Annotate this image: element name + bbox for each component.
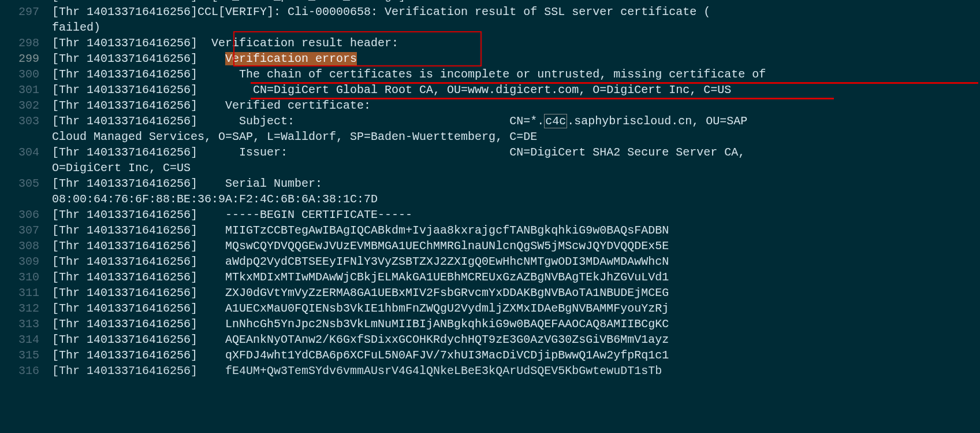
log-line: O=DigiCert Inc, C=US <box>0 160 980 176</box>
log-text: [Thr 140133716416256] A1UECxMaU0FQIENsb3… <box>52 301 669 316</box>
log-text: [Thr 140133716416256] MTkxMDIxMTIwMDAwWj… <box>52 269 669 285</box>
line-number: 300 <box>0 66 52 82</box>
log-text: [Thr 140133716416256] CN=DigiCert Global… <box>52 82 731 98</box>
log-line: 307[Thr 140133716416256] MIIGTzCCBTegAwI… <box>0 223 980 238</box>
line-number: 304 <box>0 145 52 160</box>
log-line: 301[Thr 140133716416256] CN=DigiCert Glo… <box>0 82 980 98</box>
log-line: 316[Thr 140133716416256] fE4UM+Qw3TemSYd… <box>0 363 980 379</box>
log-text: [Thr 140133716416256] ZXJ0dGVtYmVyZzERMA… <box>52 285 669 301</box>
log-line: 298[Thr 140133716416256] Verification re… <box>0 35 980 51</box>
log-line: 308[Thr 140133716416256] MQswCQYDVQQGEwJ… <box>0 238 980 254</box>
log-line: 312[Thr 140133716416256] A1UECxMaU0FQIEN… <box>0 301 980 316</box>
log-text: [Thr 140133716416256] LnNhcGh5YnJpc2Nsb3… <box>52 316 669 332</box>
log-text: [Thr 140133716416256] Issuer: CN=DigiCer… <box>52 145 745 160</box>
line-number: 302 <box>0 98 52 113</box>
log-text: failed) <box>52 20 100 35</box>
line-number: 315 <box>0 347 52 363</box>
search-match-box: c4c <box>544 114 567 128</box>
log-text: [Thr 140133716416256] MIIGTzCCBTegAwIBAg… <box>52 223 669 238</box>
line-number: 297 <box>0 4 52 20</box>
log-text: [Thr 140133716416256] The chain of certi… <box>52 66 766 82</box>
line-number: 309 <box>0 254 52 269</box>
log-line: 309[Thr 140133716416256] aWdpQ2VydCBTSEE… <box>0 254 980 269</box>
line-number: 303 <box>0 113 52 129</box>
log-text: [Thr 140133716416256] Subject: CN=*.c4c.… <box>52 113 747 129</box>
log-text: [Thr 140133716416256] Serial Number: <box>52 176 322 191</box>
log-text: [Thr 140133716416256] qXFDJ4wht1YdCBA6p6… <box>52 347 669 363</box>
log-text: [Thr 140133716416256] Verification resul… <box>52 35 398 51</box>
log-line: 303[Thr 140133716416256] Subject: CN=*.c… <box>0 113 980 129</box>
log-line: 302[Thr 140133716416256] Verified certif… <box>0 98 980 113</box>
log-viewer: 296[Thr 140133716416256] [S9_build_path_… <box>0 0 980 379</box>
log-text: [Thr 140133716416256] Verified certifica… <box>52 98 371 113</box>
log-line: 306[Thr 140133716416256] -----BEGIN CERT… <box>0 207 980 223</box>
log-text: O=DigiCert Inc, C=US <box>52 160 191 176</box>
line-number: 312 <box>0 301 52 316</box>
line-number: 307 <box>0 223 52 238</box>
log-text: [Thr 140133716416256] [S9_build_path_fro… <box>52 0 405 4</box>
line-number: 299 <box>0 51 52 66</box>
log-line: 305[Thr 140133716416256] Serial Number: <box>0 176 980 191</box>
log-text: [Thr 140133716416256] AQEAnkNyOTAnw2/K6G… <box>52 332 669 347</box>
log-text: [Thr 140133716416256] Verification error… <box>52 51 357 66</box>
log-line: 299[Thr 140133716416256] Verification er… <box>0 51 980 66</box>
line-number: 301 <box>0 82 52 98</box>
log-text: [Thr 140133716416256] -----BEGIN CERTIFI… <box>52 207 412 223</box>
line-number: 313 <box>0 316 52 332</box>
log-line: 304[Thr 140133716416256] Issuer: CN=Digi… <box>0 145 980 160</box>
log-line: 310[Thr 140133716416256] MTkxMDIxMTIwMDA… <box>0 269 980 285</box>
line-number: 306 <box>0 207 52 223</box>
line-number: 296 <box>0 0 52 4</box>
log-text: [Thr 140133716416256] aWdpQ2VydCBTSEEyIF… <box>52 254 669 269</box>
highlighted-error-text: Verification errors <box>225 52 357 65</box>
line-number: 308 <box>0 238 52 254</box>
log-line: 297[Thr 140133716416256]CCL[VERIFY]: Cli… <box>0 4 980 20</box>
log-line: 314[Thr 140133716416256] AQEAnkNyOTAnw2/… <box>0 332 980 347</box>
log-line: 313[Thr 140133716416256] LnNhcGh5YnJpc2N… <box>0 316 980 332</box>
line-number: 310 <box>0 269 52 285</box>
log-line: Cloud Managed Services, O=SAP, L=Walldor… <box>0 129 980 145</box>
line-number: 316 <box>0 363 52 379</box>
log-text: Cloud Managed Services, O=SAP, L=Walldor… <box>52 129 537 145</box>
log-text: [Thr 140133716416256]CCL[VERIFY]: Cli-00… <box>52 4 710 20</box>
log-line: 296[Thr 140133716416256] [S9_build_path_… <box>0 0 980 4</box>
log-text: 08:00:64:76:6F:88:BE:36:9A:F2:4C:6B:6A:3… <box>52 191 378 207</box>
line-number: 305 <box>0 176 52 191</box>
log-line: failed) <box>0 20 980 35</box>
line-number: 298 <box>0 35 52 51</box>
log-text: [Thr 140133716416256] MQswCQYDVQQGEwJVUz… <box>52 238 669 254</box>
log-text: [Thr 140133716416256] fE4UM+Qw3TemSYdv6v… <box>52 363 662 379</box>
line-number: 311 <box>0 285 52 301</box>
log-line: 08:00:64:76:6F:88:BE:36:9A:F2:4C:6B:6A:3… <box>0 191 980 207</box>
line-number: 314 <box>0 332 52 347</box>
log-line: 315[Thr 140133716416256] qXFDJ4wht1YdCBA… <box>0 347 980 363</box>
log-line: 311[Thr 140133716416256] ZXJ0dGVtYmVyZzE… <box>0 285 980 301</box>
log-line: 300[Thr 140133716416256] The chain of ce… <box>0 66 980 82</box>
